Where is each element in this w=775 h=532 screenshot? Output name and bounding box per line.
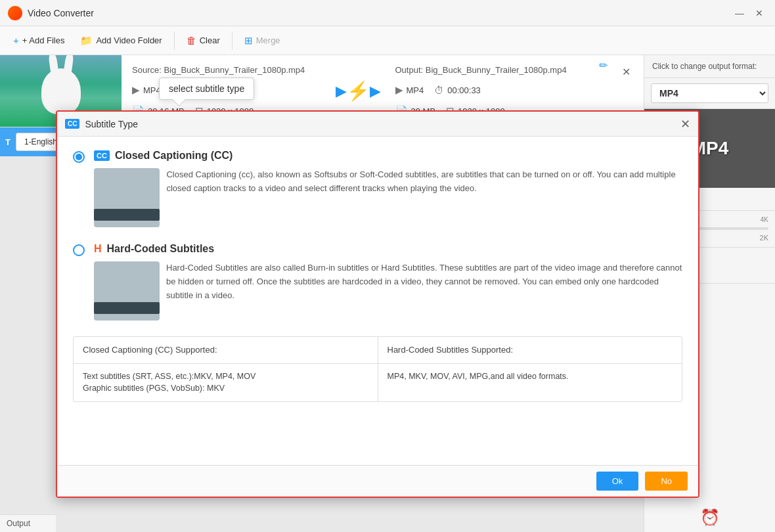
support-col1-data: Text subtitles (SRT, ASS, etc.):MKV, MP4… (74, 364, 378, 402)
dialog-close-button[interactable]: ✕ (680, 118, 690, 130)
title-bar-controls: — ✕ (732, 5, 767, 21)
hc-title: Hard-Coded Subtitles (107, 243, 215, 255)
ok-button[interactable]: Ok (596, 472, 639, 491)
dialog-body: CC Closed Captioning (CC) Closed Caption… (57, 137, 698, 465)
cc-subtitle-bar (94, 209, 160, 221)
output-bottom-label: Output (0, 514, 56, 532)
hc-description: Hard-Coded Subtitles are also called Bur… (166, 261, 682, 302)
source-format: ▶ MP4 (132, 84, 161, 96)
format-selector: MP4 (644, 78, 775, 109)
edit-icon[interactable]: ✏ (599, 59, 608, 72)
res-label-4k: 4K (761, 216, 768, 223)
plus-icon: + (13, 35, 19, 46)
hc-block: Hard-Coded Subtitles are also called Bur… (94, 261, 682, 321)
hc-header: H Hard-Coded Subtitles (94, 243, 682, 255)
output-format-header: Click to change output format: (644, 55, 775, 78)
support-col1-text: Text subtitles (SRT, ASS, etc.):MKV, MP4… (83, 372, 255, 393)
hc-illustration (94, 261, 160, 321)
tooltip-bubble: select subtitle type (159, 78, 254, 100)
close-button[interactable]: ✕ (751, 5, 767, 21)
option-hc-row: H Hard-Coded Subtitles Hard-Coded Subtit… (73, 243, 682, 321)
support-table-header-row: Closed Captioning (CC) Supported: Hard-C… (74, 337, 682, 363)
alarm-button-area[interactable]: ⏰ (644, 503, 775, 532)
dialog-cc-icon: CC (65, 119, 79, 129)
main-toolbar: + + Add Files 📁 Add Video Folder 🗑 Clear… (0, 26, 775, 55)
minimize-button[interactable]: — (732, 5, 747, 21)
title-bar: Video Converter — ✕ (0, 0, 775, 26)
add-files-button[interactable]: + + Add Files (7, 32, 71, 49)
cc-badge: CC (94, 150, 110, 161)
support-table: Closed Captioning (CC) Supported: Hard-C… (73, 336, 682, 402)
output-duration: ⏱ 00:00:33 (434, 85, 481, 96)
lightning-icon: ⚡ (347, 80, 370, 102)
dialog-footer: Ok No (57, 465, 698, 497)
cc-description: Closed Captioning (cc), also known as So… (166, 168, 682, 196)
output-format-value: MP4 (407, 85, 424, 95)
add-video-folder-button[interactable]: 📁 Add Video Folder (74, 32, 168, 50)
merge-label: Merge (256, 35, 280, 45)
output-format: ▶ MP4 (395, 84, 424, 96)
dialog-header: CC Subtitle Type ✕ (57, 112, 698, 137)
cc-block: Closed Captioning (cc), also known as So… (94, 168, 682, 227)
support-table-data-row: Text subtitles (SRT, ASS, etc.):MKV, MP4… (74, 363, 682, 402)
no-button[interactable]: No (645, 472, 688, 491)
subtitle-type-dialog: select subtitle type CC Subtitle Type ✕ … (56, 110, 699, 498)
format-dropdown[interactable]: MP4 (651, 83, 768, 103)
cc-title: Closed Captioning (CC) (115, 150, 233, 162)
cc-illustration (94, 168, 160, 227)
main-content: Source: Big_Buck_Bunny_Trailer_1080p.mp4… (0, 55, 775, 532)
trash-icon: 🗑 (187, 35, 196, 46)
file-close-button[interactable]: ✕ (617, 63, 636, 81)
output-duration-value: 00:00:33 (447, 85, 481, 95)
app-title: Video Converter (28, 8, 732, 18)
output-clock-icon: ⏱ (434, 85, 444, 96)
hc-content: H Hard-Coded Subtitles Hard-Coded Subtit… (94, 243, 682, 321)
radio-hc[interactable] (73, 244, 85, 256)
subtitle-t-icon: T (5, 137, 11, 147)
radio-cc[interactable] (73, 151, 85, 163)
cc-content: CC Closed Captioning (CC) Closed Caption… (94, 150, 682, 227)
add-folder-label: Add Video Folder (96, 35, 162, 45)
folder-icon: 📁 (80, 35, 93, 47)
cc-header: CC Closed Captioning (CC) (94, 150, 682, 162)
merge-icon: ⊞ (244, 35, 253, 47)
arrow-right-icon: ▶ (336, 83, 347, 100)
app-icon (8, 6, 22, 20)
output-format-icon: ▶ (395, 84, 403, 96)
clear-label: Clear (200, 35, 220, 45)
support-col2-header: Hard-Coded Subtitles Supported: (378, 337, 682, 363)
support-col1-header: Closed Captioning (CC) Supported: (74, 337, 378, 363)
alarm-icon[interactable]: ⏰ (700, 508, 720, 527)
clear-button[interactable]: 🗑 Clear (180, 32, 227, 49)
toolbar-separator (174, 32, 175, 50)
format-value: MP4 (143, 85, 161, 95)
source-label: Source: Big_Buck_Bunny_Trailer_1080p.mp4 (132, 65, 322, 75)
bunny-graphic (41, 68, 81, 114)
option-cc-row: CC Closed Captioning (CC) Closed Caption… (73, 150, 682, 227)
merge-button[interactable]: ⊞ Merge (238, 32, 287, 50)
tooltip-text: select subtitle type (169, 83, 244, 94)
support-col2-data: MP4, MKV, MOV, AVI, MPG,and all video fo… (378, 364, 682, 402)
add-files-label: + Add Files (22, 35, 65, 45)
dialog-title: Subtitle Type (85, 119, 680, 129)
arrow-right-icon-2: ▶ (370, 83, 381, 100)
hc-badge: H (94, 243, 102, 255)
output-details: ▶ MP4 ⏱ 00:00:33 (395, 84, 585, 96)
format-icon: ▶ (132, 84, 140, 96)
hc-subtitle-bar (94, 302, 160, 314)
toolbar-separator-2 (232, 32, 232, 50)
output-label: Output: Big_Buck_Bunny_Trailer_1080p.mp4 (395, 65, 585, 75)
